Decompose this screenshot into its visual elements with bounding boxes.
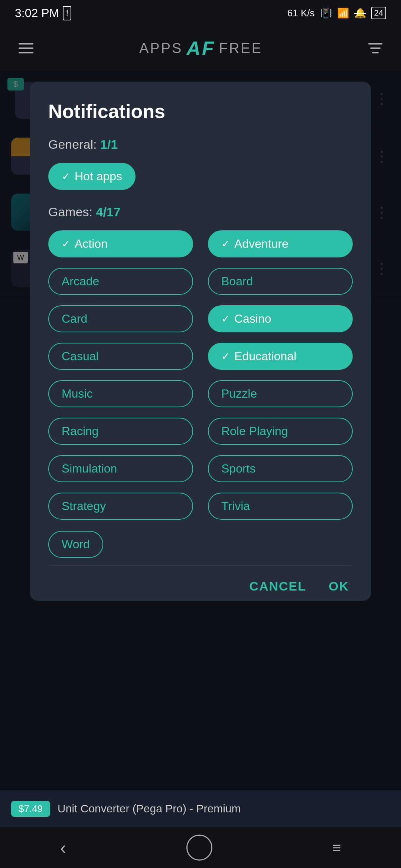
games-chips-grid: ✓ Action ✓ Adventure Arcade Board Card ✓… bbox=[48, 230, 353, 520]
chip-label: Word bbox=[62, 537, 90, 551]
app-header: APPS AF FREE bbox=[0, 26, 401, 70]
check-icon: ✓ bbox=[221, 313, 230, 325]
logo-af-mark: AF bbox=[186, 37, 215, 59]
chip-label: Hot apps bbox=[75, 170, 122, 183]
chip-trivia[interactable]: Trivia bbox=[208, 493, 353, 520]
notification-icon: ! bbox=[63, 6, 71, 20]
time-text: 3:02 PM bbox=[15, 6, 59, 20]
strip-app-title: Unit Converter (Pega Pro) - Premium bbox=[58, 802, 241, 815]
wifi-icon: 📶 bbox=[337, 7, 349, 19]
chip-arcade[interactable]: Arcade bbox=[48, 268, 193, 295]
chip-label: Arcade bbox=[62, 274, 99, 288]
word-chip-row: Word bbox=[48, 531, 353, 558]
chip-educational[interactable]: ✓ Educational bbox=[208, 343, 353, 370]
chip-racing[interactable]: Racing bbox=[48, 418, 193, 445]
games-section-label: Games: 4/17 bbox=[48, 205, 353, 219]
logo-free-text: FREE bbox=[219, 40, 263, 56]
chip-sports[interactable]: Sports bbox=[208, 455, 353, 482]
status-icons: 61 K/s 📳 📶 🔔 24 bbox=[287, 7, 386, 19]
chip-label: Racing bbox=[62, 424, 99, 438]
chip-label: Trivia bbox=[221, 499, 250, 513]
general-label-text: General: bbox=[48, 137, 97, 151]
chip-label: Board bbox=[221, 274, 253, 288]
battery-icon: 24 bbox=[371, 7, 386, 19]
chip-puzzle[interactable]: Puzzle bbox=[208, 380, 353, 407]
chip-casino[interactable]: ✓ Casino bbox=[208, 305, 353, 332]
general-section-label: General: 1/1 bbox=[48, 137, 353, 152]
bottom-strip: $7.49 Unit Converter (Pega Pro) - Premiu… bbox=[0, 790, 401, 827]
chip-label: Adventure bbox=[234, 237, 288, 251]
chip-label: Strategy bbox=[62, 499, 106, 513]
mute-icon: 🔔 bbox=[354, 7, 366, 19]
chip-label: Casual bbox=[62, 349, 99, 363]
chip-label: Card bbox=[62, 312, 87, 326]
check-icon: ✓ bbox=[221, 238, 230, 250]
chip-label: Educational bbox=[234, 349, 296, 363]
chip-label: Simulation bbox=[62, 462, 117, 476]
chip-adventure[interactable]: ✓ Adventure bbox=[208, 230, 353, 257]
logo-apps-text: APPS bbox=[139, 40, 183, 56]
recents-button[interactable]: ≡ bbox=[332, 839, 341, 856]
chip-board[interactable]: Board bbox=[208, 268, 353, 295]
general-chips: ✓ Hot apps bbox=[48, 163, 353, 190]
chip-label: Action bbox=[75, 237, 108, 251]
chip-strategy[interactable]: Strategy bbox=[48, 493, 193, 520]
chip-card[interactable]: Card bbox=[48, 305, 193, 332]
chip-music[interactable]: Music bbox=[48, 380, 193, 407]
chip-label: Casino bbox=[234, 312, 271, 326]
games-count: 4/17 bbox=[96, 205, 121, 219]
chip-casual[interactable]: Casual bbox=[48, 343, 193, 370]
dialog-footer: CANCEL OK bbox=[48, 565, 353, 601]
chip-label: Role Playing bbox=[221, 424, 288, 438]
back-button[interactable]: ‹ bbox=[60, 837, 66, 858]
chip-hot-apps[interactable]: ✓ Hot apps bbox=[48, 163, 136, 190]
check-icon: ✓ bbox=[62, 238, 70, 250]
check-icon: ✓ bbox=[221, 350, 230, 362]
chip-word[interactable]: Word bbox=[48, 531, 103, 558]
vibrate-icon: 📳 bbox=[320, 7, 332, 19]
dialog-title: Notifications bbox=[48, 100, 353, 122]
status-time: 3:02 PM ! bbox=[15, 6, 71, 20]
check-icon: ✓ bbox=[62, 170, 70, 183]
chip-simulation[interactable]: Simulation bbox=[48, 455, 193, 482]
chip-role-playing[interactable]: Role Playing bbox=[208, 418, 353, 445]
hamburger-menu-icon[interactable] bbox=[19, 43, 33, 53]
strip-price-badge: $7.49 bbox=[11, 801, 50, 817]
chip-label: Music bbox=[62, 387, 93, 401]
ok-button[interactable]: OK bbox=[329, 579, 349, 594]
games-label-text: Games: bbox=[48, 205, 92, 219]
chip-action[interactable]: ✓ Action bbox=[48, 230, 193, 257]
status-bar: 3:02 PM ! 61 K/s 📳 📶 🔔 24 bbox=[0, 0, 401, 26]
app-logo: APPS AF FREE bbox=[139, 37, 263, 59]
network-speed: 61 K/s bbox=[287, 7, 315, 19]
home-button[interactable] bbox=[186, 835, 212, 861]
cancel-button[interactable]: CANCEL bbox=[249, 579, 306, 594]
general-count: 1/1 bbox=[100, 137, 118, 151]
chip-label: Puzzle bbox=[221, 387, 257, 401]
filter-icon[interactable] bbox=[368, 43, 382, 53]
bottom-nav-bar: ‹ ≡ bbox=[0, 827, 401, 868]
chip-label: Sports bbox=[221, 462, 255, 476]
notifications-dialog: Notifications General: 1/1 ✓ Hot apps Ga… bbox=[30, 82, 371, 601]
